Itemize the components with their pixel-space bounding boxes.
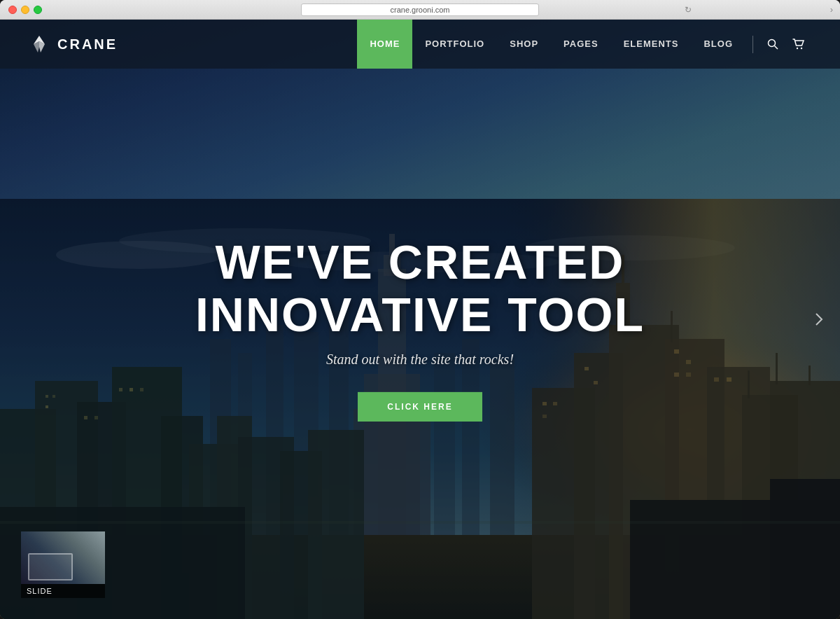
svg-rect-78	[28, 547, 52, 549]
nav-link-pages[interactable]: PAGES	[551, 20, 611, 69]
svg-rect-77	[28, 542, 56, 545]
svg-rect-81	[77, 569, 85, 571]
scroll-right-icon: ›	[830, 4, 833, 15]
crane-logo-icon	[28, 33, 50, 55]
search-icon	[767, 39, 778, 50]
navbar: CRANE HOME PORTFOLIO SHOP PAGES ELEMENTS	[0, 20, 840, 69]
reload-button[interactable]: ↻	[542, 5, 833, 15]
svg-point-73	[797, 48, 798, 49]
svg-rect-82	[70, 571, 91, 573]
chevron-right-icon	[815, 311, 823, 328]
close-button[interactable]	[8, 6, 17, 14]
nav-links: HOME PORTFOLIO SHOP PAGES ELEMENTS BLOG	[357, 20, 746, 69]
svg-rect-79	[28, 550, 49, 552]
url-bar[interactable]: crane.grooni.com	[301, 4, 539, 16]
traffic-lights	[8, 6, 42, 14]
nav-link-shop[interactable]: SHOP	[497, 20, 551, 69]
title-bar: crane.grooni.com ↻ ›	[0, 0, 840, 20]
slide-thumbnail[interactable]: Slide	[21, 531, 105, 598]
nav-link-portfolio[interactable]: PORTFOLIO	[412, 20, 497, 69]
search-icon-button[interactable]	[760, 20, 785, 69]
browser-content: CRANE HOME PORTFOLIO SHOP PAGES ELEMENTS	[0, 20, 840, 619]
svg-point-74	[801, 48, 802, 49]
svg-line-72	[775, 46, 778, 50]
nav-divider	[752, 36, 753, 53]
hero-title-line1: WE'VE CREATED	[216, 235, 625, 288]
svg-rect-80	[66, 545, 98, 566]
logo-text: CRANE	[57, 36, 118, 53]
nav-item-pages[interactable]: PAGES	[551, 20, 611, 69]
nav-item-shop[interactable]: SHOP	[497, 20, 551, 69]
minimize-button[interactable]	[21, 6, 29, 14]
nav-link-blog[interactable]: BLOG	[691, 20, 746, 69]
nav-link-elements[interactable]: ELEMENTS	[611, 20, 692, 69]
hero-cta-button[interactable]: CLICK HERE	[358, 392, 482, 422]
slide-label: Slide	[21, 584, 105, 598]
nav-item-portfolio[interactable]: PORTFOLIO	[412, 20, 497, 69]
svg-point-71	[769, 40, 776, 47]
nav-item-home[interactable]: HOME	[357, 20, 412, 69]
maximize-button[interactable]	[34, 6, 42, 14]
svg-rect-75	[21, 531, 105, 584]
hero-cta-wrapper: CLICK HERE	[175, 392, 665, 422]
browser-window: crane.grooni.com ↻ ›	[0, 0, 840, 619]
scroll-right-button[interactable]: ›	[830, 4, 833, 15]
slide-thumb-svg	[21, 531, 105, 584]
hero-subtitle: Stand out with the site that rocks!	[175, 352, 665, 368]
svg-rect-76	[24, 538, 59, 563]
cart-icon	[792, 39, 805, 50]
scroll-arrow-right[interactable]	[808, 309, 830, 330]
slide-thumb-image	[21, 531, 105, 584]
url-text: crane.grooni.com	[391, 6, 450, 14]
reload-icon: ↻	[685, 5, 692, 15]
nav-item-blog[interactable]: BLOG	[691, 20, 746, 69]
hero-content: WE'VE CREATED INNOVATIVE TOOL Stand out …	[175, 236, 665, 422]
nav-link-home[interactable]: HOME	[357, 20, 412, 69]
nav-item-elements[interactable]: ELEMENTS	[611, 20, 692, 69]
hero-title-line2: INNOVATIVE TOOL	[195, 288, 645, 341]
nav-logo[interactable]: CRANE	[28, 33, 118, 55]
hero-title: WE'VE CREATED INNOVATIVE TOOL	[175, 236, 665, 341]
cart-icon-button[interactable]	[785, 20, 812, 69]
